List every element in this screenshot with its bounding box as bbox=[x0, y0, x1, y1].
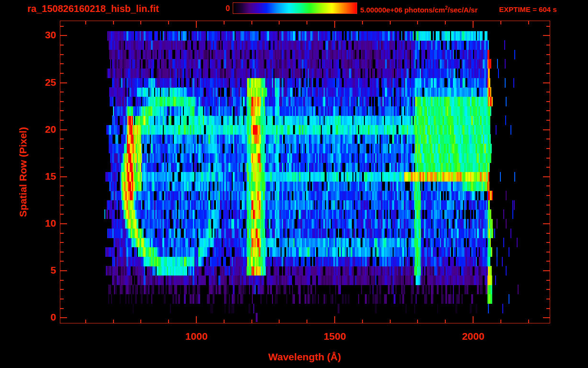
colorbar-max-value: 5.00000e+06 bbox=[360, 6, 402, 14]
y-minor-tick bbox=[60, 120, 64, 121]
y-minor-tick bbox=[60, 252, 64, 253]
y-minor-tick bbox=[546, 101, 550, 102]
x-minor-tick bbox=[251, 320, 252, 323]
x-minor-tick bbox=[279, 320, 280, 323]
y-minor-tick bbox=[60, 242, 64, 243]
y-tick-label: 25 bbox=[27, 77, 56, 88]
x-axis-title: Wavelength (Å) bbox=[247, 351, 362, 363]
y-minor-tick bbox=[60, 45, 64, 46]
x-minor-tick bbox=[500, 320, 501, 323]
y-major-tick bbox=[543, 129, 550, 130]
x-minor-tick bbox=[140, 21, 141, 24]
y-minor-tick bbox=[546, 214, 550, 215]
y-tick-label: 30 bbox=[27, 29, 56, 41]
y-tick-label: 0 bbox=[27, 311, 56, 323]
x-minor-tick bbox=[445, 320, 446, 323]
x-minor-tick bbox=[85, 320, 86, 323]
y-major-tick bbox=[60, 35, 67, 36]
y-minor-tick bbox=[60, 261, 64, 262]
y-minor-tick bbox=[546, 261, 550, 262]
y-major-tick bbox=[543, 176, 550, 177]
x-major-tick bbox=[196, 316, 197, 323]
y-tick-label: 15 bbox=[27, 171, 56, 182]
y-minor-tick bbox=[546, 242, 550, 243]
y-minor-tick bbox=[546, 73, 550, 74]
y-major-tick bbox=[60, 129, 67, 130]
y-minor-tick bbox=[546, 308, 550, 309]
x-major-tick bbox=[196, 21, 197, 28]
x-minor-tick bbox=[168, 320, 169, 323]
y-minor-tick bbox=[546, 138, 550, 139]
y-minor-tick bbox=[60, 158, 64, 159]
x-minor-tick bbox=[417, 320, 418, 323]
y-minor-tick bbox=[546, 26, 550, 27]
x-tick-label: 2000 bbox=[444, 331, 502, 342]
y-minor-tick bbox=[546, 158, 550, 159]
y-major-tick bbox=[543, 82, 550, 83]
y-minor-tick bbox=[546, 45, 550, 46]
y-minor-tick bbox=[60, 195, 64, 196]
x-minor-tick bbox=[224, 21, 225, 24]
y-major-tick bbox=[543, 270, 550, 271]
exposure-time-label: EXPTIME = 604 s bbox=[499, 5, 556, 13]
y-major-tick bbox=[60, 82, 67, 83]
x-minor-tick bbox=[113, 320, 114, 323]
y-major-tick bbox=[60, 270, 67, 271]
y-minor-tick bbox=[60, 92, 64, 92]
x-minor-tick bbox=[528, 21, 529, 24]
x-tick-label: 1000 bbox=[168, 331, 225, 342]
colorbar-units-post: /sec/A/sr bbox=[448, 6, 478, 14]
y-major-tick bbox=[543, 317, 550, 318]
y-major-tick bbox=[60, 317, 67, 318]
y-minor-tick bbox=[60, 233, 64, 234]
x-minor-tick bbox=[390, 320, 391, 323]
y-minor-tick bbox=[60, 138, 64, 139]
y-minor-tick bbox=[546, 185, 550, 186]
x-minor-tick bbox=[306, 21, 307, 24]
y-minor-tick bbox=[60, 214, 64, 215]
y-minor-tick bbox=[546, 54, 550, 55]
x-minor-tick bbox=[390, 21, 391, 24]
filename-title: ra_150826160218_hisb_lin.fit bbox=[27, 3, 159, 14]
y-minor-tick bbox=[60, 63, 64, 64]
y-minor-tick bbox=[60, 167, 64, 168]
y-minor-tick bbox=[60, 101, 64, 102]
y-major-tick bbox=[543, 35, 550, 36]
y-major-tick bbox=[60, 223, 67, 224]
y-minor-tick bbox=[60, 205, 64, 206]
x-minor-tick bbox=[140, 320, 141, 323]
colorbar-gradient bbox=[233, 2, 357, 14]
x-major-tick bbox=[473, 316, 474, 323]
x-minor-tick bbox=[251, 21, 252, 24]
y-minor-tick bbox=[60, 26, 64, 27]
colorbar-max-label: 5.00000e+06 photons/cm2/sec/A/sr bbox=[360, 5, 477, 14]
y-minor-tick bbox=[60, 110, 64, 111]
x-minor-tick bbox=[417, 21, 418, 24]
spectral-image-canvas bbox=[60, 21, 549, 322]
x-major-tick bbox=[473, 21, 474, 28]
colorbar-min-label: 0 bbox=[210, 4, 230, 13]
y-minor-tick bbox=[546, 205, 550, 206]
y-minor-tick bbox=[60, 299, 64, 299]
x-major-tick bbox=[334, 316, 335, 323]
y-minor-tick bbox=[546, 148, 550, 149]
x-minor-tick bbox=[85, 21, 86, 24]
y-minor-tick bbox=[546, 289, 550, 290]
x-minor-tick bbox=[306, 320, 307, 323]
y-minor-tick bbox=[546, 120, 550, 121]
y-minor-tick bbox=[60, 73, 64, 74]
y-minor-tick bbox=[546, 299, 550, 299]
y-minor-tick bbox=[60, 289, 64, 290]
y-minor-tick bbox=[546, 280, 550, 281]
y-minor-tick bbox=[60, 54, 64, 55]
y-minor-tick bbox=[60, 280, 64, 281]
x-major-tick bbox=[334, 21, 335, 28]
x-minor-tick bbox=[445, 21, 446, 24]
x-minor-tick bbox=[362, 21, 363, 24]
x-minor-tick bbox=[279, 21, 280, 24]
x-minor-tick bbox=[224, 320, 225, 323]
y-minor-tick bbox=[546, 195, 550, 196]
y-tick-label: 5 bbox=[27, 264, 56, 276]
y-tick-label: 20 bbox=[27, 124, 56, 135]
y-minor-tick bbox=[546, 110, 550, 111]
